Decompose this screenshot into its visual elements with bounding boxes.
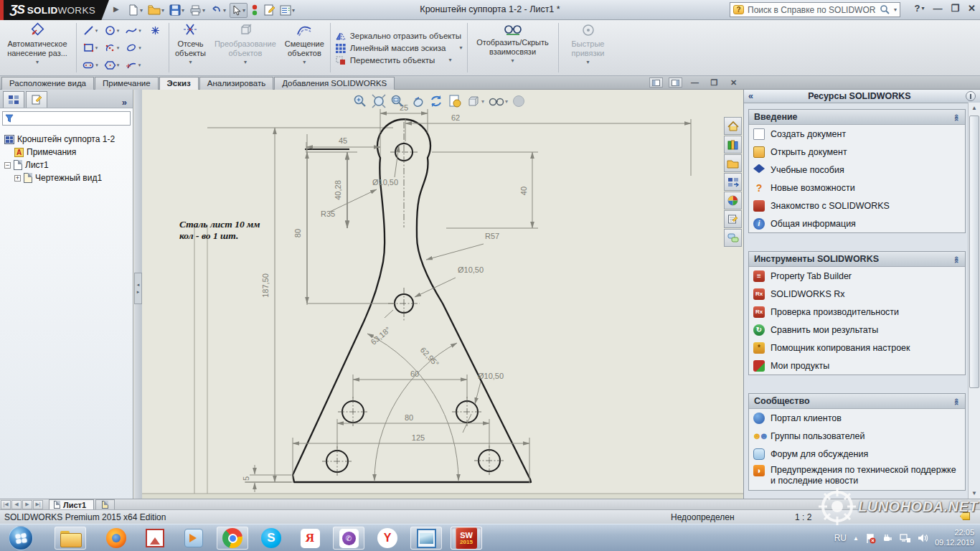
dim-62[interactable]: 62 (451, 113, 460, 122)
linear-sketch-pattern-button[interactable]: Линейный массив эскиза▾ (335, 43, 463, 53)
doc-close-button[interactable]: ✕ (727, 77, 740, 88)
task-pane-scrollbar[interactable]: ▲ ▼ (968, 103, 980, 499)
network-icon[interactable] (900, 533, 911, 543)
taskbar-firefox[interactable] (100, 527, 132, 550)
dim-125[interactable]: 125 (412, 433, 425, 442)
restore-button[interactable]: ❐ (951, 3, 959, 14)
file-properties-button[interactable] (262, 3, 276, 17)
first-sheet-button[interactable]: |◀ (1, 500, 11, 509)
link-performance-benchmark[interactable]: RxПроверка производительности (749, 303, 965, 321)
spline-tool[interactable]: ▾ (123, 22, 144, 39)
add-sheet-tab-button[interactable] (95, 499, 115, 509)
collapse-pane-icon[interactable]: « (748, 91, 753, 101)
zoom-in-out-button[interactable] (353, 94, 367, 108)
link-open-document[interactable]: Открыть документ (749, 143, 965, 161)
sheet-tab-active[interactable]: Лист1 (49, 499, 94, 510)
link-technical-alerts-news[interactable]: ◗Предупреждения по технической поддержке… (749, 463, 965, 490)
search-input[interactable]: Поиск в Справке по SOLIDWORKS (748, 5, 876, 15)
taskbar-media-player[interactable] (178, 527, 209, 550)
pane-right-button[interactable] (669, 77, 682, 88)
feature-manager-tab[interactable] (3, 91, 24, 108)
tab-annotation[interactable]: Примечание (95, 77, 159, 90)
expand-expander[interactable]: + (14, 175, 21, 182)
property-manager-tab[interactable] (26, 91, 47, 108)
trim-entities-button[interactable]: Отсечь объекты▾ (171, 20, 210, 75)
taskbar-explorer[interactable] (55, 527, 86, 550)
tree-item-drawing-view[interactable]: + Чертежный вид1 (4, 171, 133, 184)
dim-dia-bottom[interactable]: Ø10,50 (478, 372, 504, 380)
home-tab-button[interactable] (724, 117, 742, 135)
custom-properties-tab-button[interactable] (724, 210, 742, 228)
forum-tab-button[interactable] (724, 229, 742, 247)
tab-evaluate[interactable]: Анализировать (199, 77, 273, 90)
refresh-view-button[interactable] (429, 94, 443, 108)
dim-5[interactable]: 5 (242, 476, 250, 481)
link-my-products[interactable]: Мои продукты (749, 357, 965, 375)
taskbar-viber[interactable]: ✆ (333, 527, 364, 550)
tab-view-layout[interactable]: Расположение вида (1, 77, 94, 90)
move-entities-button[interactable]: Переместить объекты▾ (335, 55, 463, 65)
power-plug-icon[interactable] (882, 533, 893, 544)
dim-r57[interactable]: R57 (485, 232, 499, 240)
link-general-information[interactable]: iОбщая информация (749, 215, 965, 232)
save-button[interactable]: ▾ (168, 3, 186, 17)
dim-angle-62-95[interactable]: 62,95° (419, 346, 441, 369)
slot-tool[interactable]: ▾ (80, 57, 101, 74)
show-hide-relations-button[interactable]: Отобразить/Скрыть взаимосвязи▾ (469, 20, 557, 75)
clock[interactable]: 22:0509.12.2019 (935, 528, 974, 548)
dim-45[interactable]: 45 (339, 136, 347, 145)
taskbar-yandex-browser[interactable]: Y (372, 527, 403, 550)
redraw-sheet-button[interactable] (448, 94, 462, 108)
last-sheet-button[interactable]: ▶| (33, 500, 43, 509)
language-indicator[interactable]: RU (834, 533, 847, 543)
link-property-tab-builder[interactable]: ≡Property Tab Builder (749, 267, 965, 285)
previous-view-button[interactable] (409, 94, 425, 108)
action-center-flag-icon[interactable] (865, 533, 876, 544)
tab-sketch[interactable]: Эскиз (159, 77, 199, 90)
pane-left-button[interactable] (649, 77, 663, 88)
link-customer-portal[interactable]: Портал клиентов (749, 409, 965, 427)
minimize-button[interactable]: — (933, 3, 942, 14)
circle-tool[interactable]: ▾ (101, 22, 123, 39)
help-button[interactable]: ?▾ (914, 3, 924, 14)
zoom-to-fit-button[interactable] (372, 94, 386, 108)
link-tutorials[interactable]: Учебные пособия (749, 161, 965, 179)
tray-expand-arrow[interactable]: ▲ (853, 535, 859, 542)
taskbar-chrome[interactable] (217, 527, 248, 550)
ellipse-tool[interactable]: ▾ (123, 39, 144, 57)
open-document-button[interactable]: ▾ (146, 3, 166, 17)
taskbar-skype[interactable]: S (255, 527, 287, 550)
taskbar-picture-manager[interactable] (139, 527, 171, 550)
hide-show-items-button[interactable]: ▾ (489, 96, 508, 106)
tree-filter-input[interactable] (2, 111, 131, 126)
splitter-grip[interactable]: ◂▸ (134, 273, 142, 304)
tag-icon[interactable] (960, 512, 970, 520)
collapse-expander[interactable]: − (4, 162, 11, 169)
dim-40-28[interactable]: 40,28 (334, 180, 342, 200)
dim-80-bottom[interactable]: 80 (405, 413, 413, 422)
collapse-chevron-icon[interactable]: «« (953, 256, 961, 262)
dim-60[interactable]: 60 (410, 369, 419, 378)
link-discussion-forum[interactable]: Форум для обсуждения (749, 445, 965, 463)
rectangle-tool[interactable]: ▾ (80, 39, 101, 57)
close-button[interactable]: ✕ (968, 3, 976, 14)
link-new-document[interactable]: Создать документ (749, 125, 965, 143)
new-document-button[interactable]: ▾ (126, 3, 144, 17)
undo-button[interactable]: ▾ (209, 4, 227, 17)
print-button[interactable]: ▾ (188, 3, 207, 17)
dim-angle-63-18[interactable]: 63,18° (369, 325, 392, 347)
panel-tabs-overflow[interactable]: » (122, 97, 130, 108)
pin-icon[interactable] (966, 91, 976, 101)
link-whats-new[interactable]: ?Новые возможности (749, 179, 965, 197)
taskbar-solidworks-2015[interactable]: SW2015 (451, 527, 482, 550)
line-tool[interactable]: ▾ (80, 22, 101, 39)
file-explorer-tab-button[interactable] (724, 154, 742, 172)
link-copy-settings-wizard[interactable]: *Помощник копирования настроек (749, 339, 965, 357)
dim-r35[interactable]: R35 (321, 209, 335, 218)
mirror-entities-button[interactable]: Зеркально отразить объекты (335, 31, 463, 41)
dim-80-vertical[interactable]: 80 (293, 229, 302, 237)
menu-expand-arrow[interactable]: ▶ (113, 5, 119, 13)
dim-187-50[interactable]: 187,50 (261, 273, 270, 298)
doc-minimize-button[interactable]: — (688, 77, 702, 88)
taskbar-yandex[interactable]: Я (294, 527, 326, 550)
